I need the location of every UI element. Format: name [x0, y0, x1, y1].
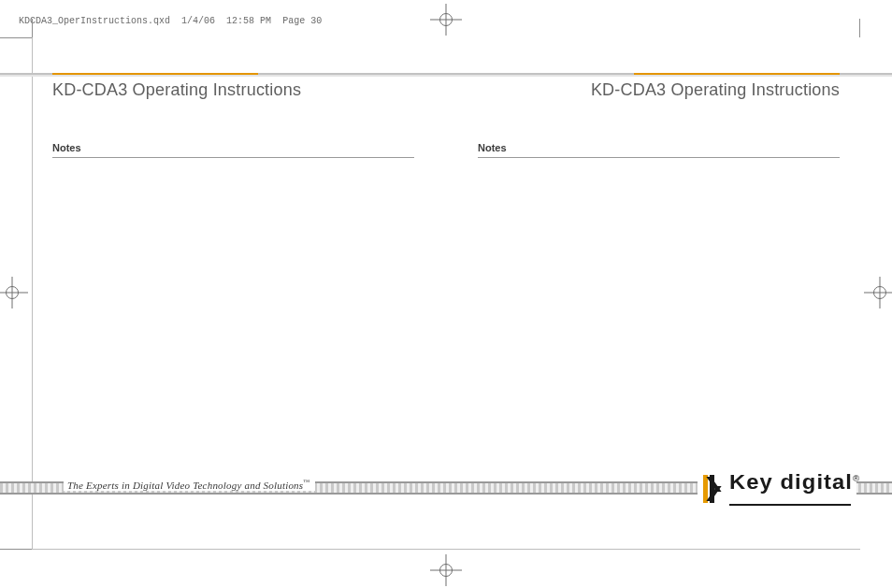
section-heading-right: Notes: [478, 142, 840, 158]
crop-tick: [859, 19, 860, 37]
crop-tick: [0, 37, 32, 38]
slug-time: 12:58 PM: [226, 16, 271, 26]
registration-mark-icon: [864, 277, 892, 308]
registered-symbol: ®: [853, 474, 860, 483]
slug-date: 1/4/06: [181, 16, 215, 26]
logo-brand-text: Key digital: [729, 470, 853, 494]
crop-tick: [32, 19, 33, 37]
registration-mark-icon: [430, 4, 462, 36]
page-left: Notes: [32, 37, 446, 550]
print-slug: KDCDA3_OperInstructions.qxd 1/4/06 12:58…: [7, 6, 322, 26]
registration-mark-icon: [430, 554, 462, 586]
logo-wordmark: Key digital®: [729, 468, 860, 493]
crop-tick: [0, 549, 32, 550]
footer-tagline: The Experts in Digital Video Technology …: [64, 479, 315, 491]
logo-underline: [729, 504, 851, 506]
section-heading-left: Notes: [52, 142, 414, 158]
slug-page-number: 30: [310, 16, 322, 26]
brand-logo: Key digital®: [698, 468, 856, 509]
slug-page-label: Page: [282, 16, 305, 26]
registration-mark-icon: [0, 277, 28, 308]
logo-k-mark-icon: [703, 475, 726, 503]
trademark-symbol: ™: [303, 479, 309, 486]
slug-file: KDCDA3_OperInstructions.qxd: [19, 16, 170, 26]
footer-tagline-text: The Experts in Digital Video Technology …: [67, 480, 303, 491]
